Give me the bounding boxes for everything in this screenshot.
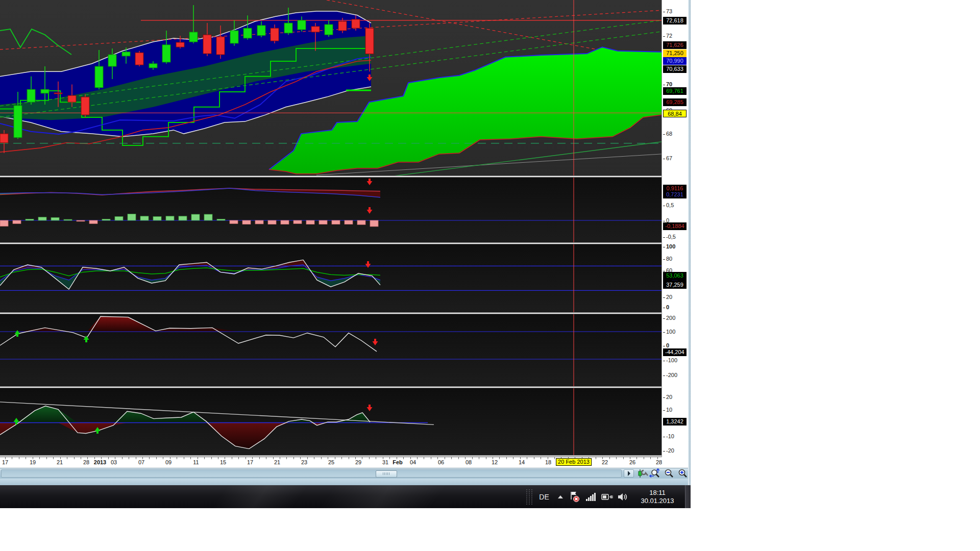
zoom-out-button[interactable] <box>664 468 676 479</box>
histogram-bar-down <box>345 220 353 224</box>
panel-separator <box>0 176 662 178</box>
histogram-bar-up <box>26 219 34 220</box>
trading-app-window: 7372706968670,50-0,510080602002001000-10… <box>0 0 691 485</box>
price-value-label: 68,84 <box>663 110 687 117</box>
chart-properties-button[interactable] <box>636 468 649 479</box>
main-price-panel <box>0 0 662 176</box>
volume-control[interactable] <box>617 485 630 508</box>
candle-bullish <box>243 28 252 38</box>
cci-panel <box>0 314 662 386</box>
time-axis-label: 03 <box>111 459 117 465</box>
time-axis-label: 18 <box>545 459 551 465</box>
histogram-bar-up <box>128 214 136 220</box>
time-axis-label: 22 <box>602 459 608 465</box>
histogram-bar-down <box>242 220 251 224</box>
taskbar-clock[interactable]: 18:11 30.01.2013 <box>633 485 682 508</box>
flag-error-icon <box>570 491 580 503</box>
panel-separator <box>0 386 662 388</box>
time-tick <box>554 457 555 459</box>
time-axis-label: 17 <box>2 459 8 465</box>
time-tick <box>389 457 390 459</box>
clock-time: 18:11 <box>649 489 666 497</box>
histogram-bar-down <box>89 220 97 223</box>
time-axis-label: 26 <box>629 459 635 465</box>
time-axis-label: 09 <box>165 459 172 465</box>
price-tick: 200 <box>663 314 675 321</box>
time-tick <box>67 457 67 459</box>
network-signal[interactable] <box>584 485 598 508</box>
price-tick: -200 <box>663 371 677 379</box>
time-axis[interactable]: 1719212820130307091115172123252931Feb040… <box>0 457 688 468</box>
language-indicator[interactable]: DE <box>536 485 552 508</box>
price-tick: -100 <box>663 357 677 364</box>
price-tick: -0,5 <box>663 233 676 240</box>
histogram-bar-up <box>166 216 174 220</box>
time-axis-label: 06 <box>438 459 444 465</box>
time-tick <box>232 457 232 459</box>
time-axis-label: 31 <box>382 459 388 465</box>
price-tick: -20 <box>663 447 674 454</box>
time-tick <box>596 457 596 459</box>
price-value-label: 69,761 <box>663 87 687 95</box>
price-value-label: 71,626 <box>663 41 687 49</box>
time-tick <box>541 457 541 459</box>
price-tick: 73 <box>663 8 672 15</box>
histogram-bar-up <box>115 216 123 220</box>
time-tick <box>293 457 294 459</box>
time-tick <box>149 457 150 459</box>
time-tick <box>246 457 246 459</box>
candle-bearish <box>271 28 279 41</box>
crosshair-date-label: 20 Feb 2013 <box>556 458 592 466</box>
price-value-label: 37,259 <box>663 281 687 289</box>
scroll-right-button[interactable] <box>624 469 634 478</box>
time-axis-label: 28 <box>83 459 89 465</box>
desktop-screen: 7372706968670,50-0,510080602002001000-10… <box>0 0 980 551</box>
candle-bullish <box>149 64 157 68</box>
candle-bullish <box>27 89 35 102</box>
taskbar[interactable]: DE <box>0 485 691 508</box>
time-tick <box>349 457 349 459</box>
time-axis-label: 21 <box>57 459 63 465</box>
show-desktop-button[interactable] <box>685 485 691 508</box>
histogram-bar-up <box>64 219 72 220</box>
candle-bullish <box>298 20 306 30</box>
time-tick <box>26 457 26 459</box>
histogram-bar-down <box>268 220 276 224</box>
time-axis-label: 14 <box>519 459 525 465</box>
time-axis-label: 19 <box>30 459 36 465</box>
show-hidden-icons-button[interactable] <box>555 485 566 508</box>
time-axis-label: Feb <box>393 459 403 465</box>
price-axis[interactable]: 7372706968670,50-0,510080602002001000-10… <box>662 0 689 457</box>
price-tick: 20 <box>663 293 672 300</box>
chart-canvas[interactable] <box>0 0 662 459</box>
battery-plug-icon <box>601 492 614 502</box>
price-tick: -10 <box>663 433 674 440</box>
histogram-bar-up <box>179 216 187 220</box>
scrollbar-thumb[interactable] <box>376 470 397 478</box>
time-tick <box>534 457 534 459</box>
scrollbar-track[interactable] <box>1 469 622 478</box>
candle-bearish <box>81 97 89 115</box>
action-center-flag[interactable] <box>569 485 581 508</box>
time-axis-label: 11 <box>193 459 199 465</box>
candle-bullish <box>189 32 198 42</box>
candle-bearish <box>203 35 211 54</box>
time-tick <box>204 457 205 459</box>
candle-bullish <box>41 89 49 93</box>
candle-bearish <box>176 42 184 47</box>
momentum-panel <box>0 388 662 455</box>
time-tick <box>458 457 459 459</box>
price-value-label: 72,618 <box>663 17 687 24</box>
zoom-fit-button[interactable] <box>649 468 662 479</box>
candle-bearish <box>0 134 8 143</box>
histogram-bar-up <box>51 217 59 220</box>
time-tick <box>218 457 218 459</box>
time-tick <box>266 457 266 459</box>
candle-bullish <box>95 66 103 88</box>
histogram-bar-up <box>153 216 161 220</box>
taskbar-glass-streak <box>318 485 447 508</box>
time-axis-label: 29 <box>355 459 361 465</box>
power-indicator[interactable] <box>600 485 615 508</box>
price-tick: 0,5 <box>663 202 674 209</box>
chevron-up-icon <box>557 495 564 499</box>
